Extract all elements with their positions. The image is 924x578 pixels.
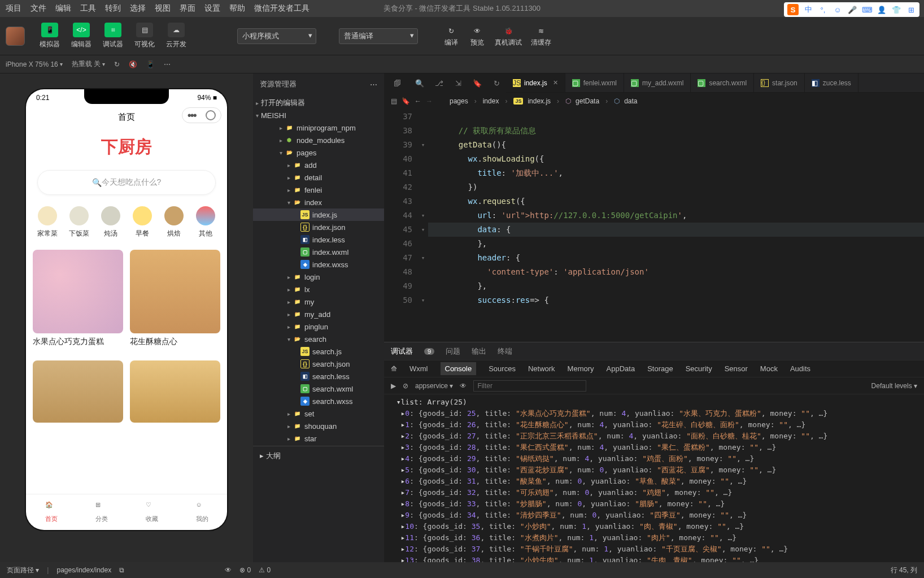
tree-item[interactable]: JSsearch.js — [253, 345, 384, 358]
menu-file[interactable]: 文件 — [30, 3, 46, 14]
mute-icon[interactable]: 🔇 — [129, 60, 137, 68]
tree-item[interactable]: ▢search.wxml — [253, 383, 384, 395]
inspect-icon[interactable]: ⟰ — [391, 364, 397, 373]
cat-item[interactable]: 其他 — [191, 206, 220, 238]
bookmark-icon[interactable]: 🔖 — [402, 97, 410, 105]
capsule-close-icon[interactable] — [206, 110, 216, 120]
tab-category[interactable]: ⊞分类 — [76, 494, 127, 530]
tree-item[interactable]: ▸📁login — [253, 271, 384, 283]
tool-cloud[interactable]: ☁云开发 — [160, 20, 192, 51]
close-icon[interactable]: ✕ — [553, 79, 558, 86]
menu-ui[interactable]: 界面 — [180, 3, 195, 14]
devtab-console[interactable]: Console — [441, 362, 477, 375]
devtab-audits[interactable]: Audits — [790, 364, 810, 373]
tree-item[interactable]: ▾📂index — [253, 196, 384, 208]
devtab-network[interactable]: Network — [528, 364, 555, 373]
branch-icon[interactable]: ⎇ — [429, 73, 448, 93]
status-warnings[interactable]: ⚠ 0 — [259, 566, 271, 574]
ime-user-icon[interactable]: 👤 — [877, 5, 887, 15]
tool-clear-cache[interactable]: ≋清缓存 — [526, 24, 556, 47]
cat-item[interactable]: 早餐 — [128, 206, 157, 238]
card-item[interactable]: 花生酥糖点心 — [130, 250, 220, 347]
bookmark-icon[interactable]: 🔖 — [468, 73, 487, 93]
tool-editor[interactable]: </>编辑器 — [66, 20, 97, 51]
status-page-path-label[interactable]: 页面路径 ▾ — [7, 566, 39, 575]
menu-settings[interactable]: 设置 — [204, 3, 220, 14]
tree-item[interactable]: ▸📁fenlei — [253, 184, 384, 196]
ime-grid-icon[interactable]: ⊞ — [906, 5, 916, 15]
eye-icon[interactable]: 👁 — [460, 382, 467, 390]
tree-item[interactable]: ▾📂search — [253, 333, 384, 345]
devtab-appdata[interactable]: AppData — [607, 364, 635, 373]
ime-emoji-icon[interactable]: ☺ — [833, 5, 843, 15]
panel-tab-terminal[interactable]: 终端 — [498, 346, 512, 357]
log-level-select[interactable]: Default levels ▾ — [871, 382, 917, 390]
search-icon[interactable]: 🔍 — [410, 73, 429, 93]
step-icon[interactable]: ▶ — [391, 382, 396, 390]
cat-item[interactable]: 家常菜 — [33, 206, 62, 238]
breadcrumb-pages[interactable]: pages — [450, 97, 468, 105]
tree-item[interactable]: ◧index.less — [253, 233, 384, 246]
cat-item[interactable]: 下饭菜 — [64, 206, 94, 238]
tree-item[interactable]: {}search.json — [253, 358, 384, 370]
compile-select[interactable]: 普通编译 — [339, 28, 418, 44]
tool-preview[interactable]: 👁预览 — [464, 24, 490, 47]
more-icon[interactable]: ⋯ — [164, 60, 171, 68]
console-filter[interactable] — [473, 380, 586, 392]
tree-item[interactable]: ▸📁star — [253, 432, 384, 445]
tree-item[interactable]: ◈index.wxss — [253, 258, 384, 271]
breadcrumb-data[interactable]: data — [624, 97, 637, 105]
breadcrumb-index[interactable]: index — [483, 97, 499, 105]
ime-skin-icon[interactable]: 👕 — [891, 5, 901, 15]
editor-tab[interactable]: ▢my_add.wxml — [624, 73, 691, 92]
layout-icon[interactable]: ▤ — [391, 97, 397, 105]
refresh-icon[interactable]: ↻ — [487, 73, 506, 93]
devtab-mock[interactable]: Mock — [760, 364, 778, 373]
menu-goto[interactable]: 转到 — [105, 3, 121, 14]
rotate-icon[interactable]: 📱 — [146, 60, 155, 68]
tree-item[interactable]: ◈search.wxss — [253, 395, 384, 407]
section-open-editors[interactable]: ▸打开的编辑器 — [253, 96, 384, 110]
avatar[interactable] — [6, 27, 25, 46]
ime-keyboard-icon[interactable]: ⌨ — [862, 5, 872, 15]
menu-help[interactable]: 帮助 — [229, 3, 245, 14]
copy-icon[interactable]: ⧉ — [119, 566, 124, 574]
status-errors[interactable]: ⊗ 0 — [239, 566, 251, 574]
eye-icon[interactable]: 👁 — [225, 566, 232, 574]
tree-item[interactable]: {}index.json — [253, 221, 384, 233]
tool-simulator[interactable]: 📱模拟器 — [34, 20, 66, 51]
menu-wechat-devtools[interactable]: 微信开发者工具 — [254, 3, 310, 14]
tree-item[interactable]: ▸📁detail — [253, 171, 384, 184]
cat-item[interactable]: 烘焙 — [159, 206, 189, 238]
breadcrumb-file[interactable]: index.js — [528, 97, 551, 105]
devtab-security[interactable]: Security — [686, 364, 712, 373]
tool-visual[interactable]: ▤可视化 — [129, 20, 160, 51]
menu-select[interactable]: 选择 — [130, 3, 146, 14]
tree-item[interactable]: ▸⬢node_modules — [253, 134, 384, 146]
tree-item[interactable]: ▸📁my — [253, 295, 384, 308]
menu-view[interactable]: 视图 — [155, 3, 171, 14]
panel-tab-problems[interactable]: 问题 — [446, 346, 460, 357]
menu-tools[interactable]: 工具 — [80, 3, 96, 14]
devtab-sensor[interactable]: Sensor — [725, 364, 748, 373]
tool-compile[interactable]: ↻编译 — [438, 24, 464, 47]
capsule-button[interactable]: ••• — [182, 107, 221, 123]
hotreload-select[interactable]: 热重载 关 — [72, 59, 105, 69]
outline-section[interactable]: ▸ 大纲 — [253, 446, 384, 466]
tab-favorite[interactable]: ♡收藏 — [127, 494, 177, 530]
editor-tab[interactable]: JSindex.js✕ — [506, 73, 565, 92]
tree-item[interactable]: ▸📁shouquan — [253, 420, 384, 432]
card-item[interactable]: 水果点心巧克力蛋糕 — [33, 250, 123, 347]
context-select[interactable]: appservice ▾ — [415, 382, 453, 390]
editor-tab[interactable]: {}star.json — [754, 73, 805, 92]
editor-tab[interactable]: ◧zuce.less — [805, 73, 858, 92]
ime-voice-icon[interactable]: 🎤 — [847, 5, 857, 15]
panel-tab-output[interactable]: 输出 — [472, 346, 486, 357]
cat-item[interactable]: 炖汤 — [96, 206, 125, 238]
devtab-sources[interactable]: Sources — [489, 364, 516, 373]
reload-icon[interactable]: ↻ — [114, 60, 120, 68]
explorer-more-icon[interactable]: ⋯ — [370, 80, 377, 89]
tree-item[interactable]: ▸📁add — [253, 159, 384, 171]
code-editor[interactable]: 3738394041424344454647484950 ▾▾▾▾▾ // 获取… — [384, 110, 924, 342]
mode-select[interactable]: 小程序模式 — [237, 28, 316, 44]
